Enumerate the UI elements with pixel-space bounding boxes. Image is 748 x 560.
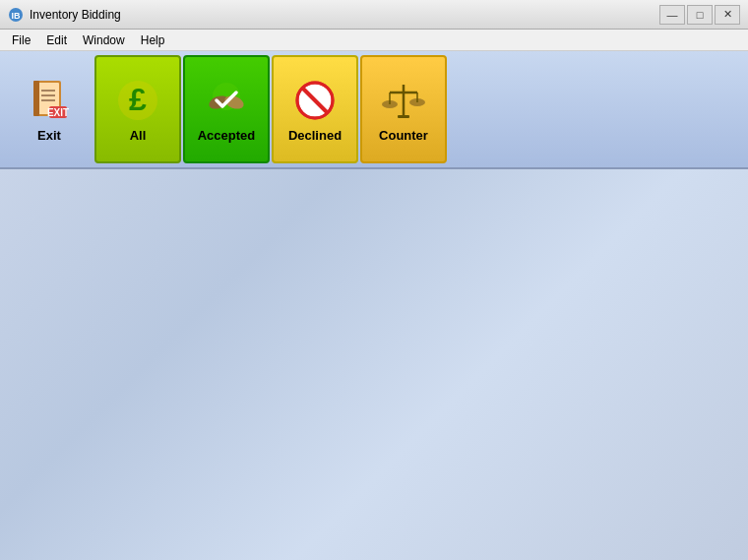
- menu-help[interactable]: Help: [133, 31, 173, 49]
- svg-text:£: £: [129, 82, 147, 117]
- declined-label: Declined: [288, 128, 342, 143]
- all-icon: £: [114, 77, 161, 124]
- main-content: [0, 169, 748, 560]
- svg-text:IB: IB: [12, 11, 22, 21]
- counter-label: Counter: [379, 128, 428, 143]
- maximize-button[interactable]: □: [687, 5, 713, 25]
- svg-rect-4: [33, 81, 39, 116]
- menu-window[interactable]: Window: [75, 31, 133, 49]
- menu-edit[interactable]: Edit: [38, 31, 75, 49]
- declined-icon: [291, 77, 339, 124]
- exit-icon: EXIT: [26, 77, 73, 124]
- all-label: All: [130, 128, 147, 143]
- exit-button[interactable]: EXIT Exit: [6, 55, 93, 163]
- window-title: Inventory Bidding: [30, 8, 121, 22]
- window-controls: — □ ✕: [659, 5, 740, 25]
- svg-rect-24: [398, 115, 409, 118]
- minimize-button[interactable]: —: [659, 5, 685, 25]
- accepted-label: Accepted: [198, 128, 256, 143]
- counter-icon: [380, 77, 427, 124]
- menu-file[interactable]: File: [4, 31, 38, 49]
- toolbar: EXIT Exit £ All Accepted: [0, 51, 748, 169]
- exit-label: Exit: [37, 128, 61, 143]
- title-bar-left: IB Inventory Bidding: [8, 7, 121, 23]
- declined-button[interactable]: Declined: [272, 55, 358, 163]
- counter-button[interactable]: Counter: [360, 55, 447, 163]
- menu-bar: File Edit Window Help: [0, 30, 748, 51]
- accepted-icon: [203, 77, 250, 124]
- accepted-button[interactable]: Accepted: [183, 55, 270, 163]
- title-bar: IB Inventory Bidding — □ ✕: [0, 0, 748, 30]
- app-icon: IB: [8, 7, 24, 23]
- all-button[interactable]: £ All: [94, 55, 181, 163]
- svg-text:EXIT: EXIT: [47, 107, 69, 118]
- close-button[interactable]: ✕: [715, 5, 740, 25]
